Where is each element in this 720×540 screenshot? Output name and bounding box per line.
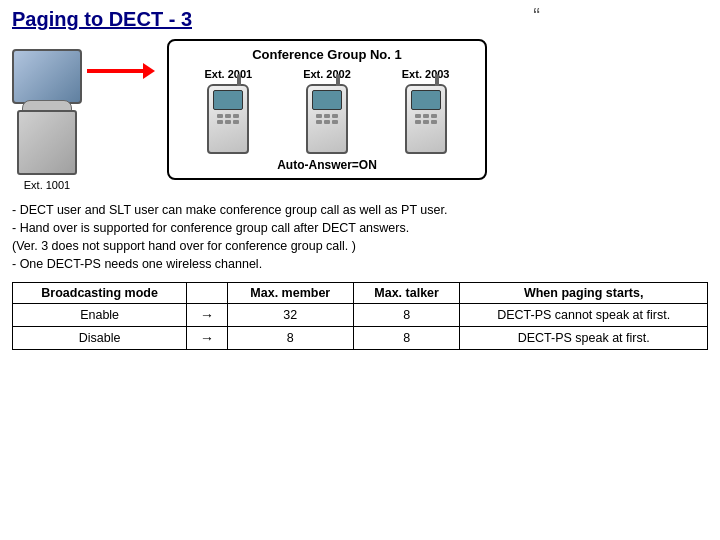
col-header-max-member: Max. member xyxy=(227,282,353,303)
table-row-disable: Disable → 8 8 DECT-PS speak at first. xyxy=(13,326,708,349)
col-header-description: When paging starts, xyxy=(460,282,708,303)
keypad-1 xyxy=(217,114,239,124)
keypad-2 xyxy=(316,114,338,124)
auto-answer-label: Auto-Answer=ON xyxy=(179,158,475,172)
key xyxy=(233,120,239,124)
key xyxy=(415,120,421,124)
arrow-container xyxy=(87,69,147,73)
key xyxy=(324,114,330,118)
dect-phone-1: Ext. 2001 xyxy=(204,68,252,154)
dect-phones-row: Ext. 2001 Ext. 2002 xyxy=(179,68,475,154)
ext-label-2: Ext. 2002 xyxy=(303,68,351,80)
col-header-max-talker: Max. talker xyxy=(353,282,459,303)
table-header-row: Broadcasting mode Max. member Max. talke… xyxy=(13,282,708,303)
bullets-section: - DECT user and SLT user can make confer… xyxy=(0,195,720,278)
key xyxy=(423,120,429,124)
desc-disable: DECT-PS speak at first. xyxy=(460,326,708,349)
dect-phone-2: Ext. 2002 xyxy=(303,68,351,154)
col-header-arrow xyxy=(187,282,227,303)
screen-1 xyxy=(213,90,243,110)
key xyxy=(316,120,322,124)
keypad-3 xyxy=(415,114,437,124)
base-unit xyxy=(12,49,82,104)
quote-mark: “ xyxy=(533,4,540,27)
key xyxy=(431,120,437,124)
dect-body-1 xyxy=(207,84,249,154)
key xyxy=(225,120,231,124)
diagram-area: Ext. 1001 Conference Group No. 1 Ext. 20… xyxy=(0,35,720,195)
key xyxy=(217,114,223,118)
conference-box: Conference Group No. 1 Ext. 2001 xyxy=(167,39,487,180)
antenna-2 xyxy=(336,74,340,86)
mode-disable: Disable xyxy=(13,326,187,349)
broadcasting-table: Broadcasting mode Max. member Max. talke… xyxy=(12,282,708,350)
bullet-4: - One DECT-PS needs one wireless channel… xyxy=(12,255,708,273)
ext-label-3: Ext. 2003 xyxy=(402,68,450,80)
left-device: Ext. 1001 xyxy=(12,49,82,191)
left-ext-label: Ext. 1001 xyxy=(24,179,70,191)
mode-enable: Enable xyxy=(13,303,187,326)
max-member-enable: 32 xyxy=(227,303,353,326)
key xyxy=(324,120,330,124)
col-header-mode: Broadcasting mode xyxy=(13,282,187,303)
screen-3 xyxy=(411,90,441,110)
key xyxy=(332,120,338,124)
key xyxy=(423,114,429,118)
dect-phone-3: Ext. 2003 xyxy=(402,68,450,154)
ext-label-1: Ext. 2001 xyxy=(204,68,252,80)
arrow-line xyxy=(87,69,147,73)
key xyxy=(225,114,231,118)
page-title: Paging to DECT - 3 xyxy=(0,0,720,35)
desc-enable: DECT-PS cannot speak at first. xyxy=(460,303,708,326)
antenna-3 xyxy=(435,74,439,86)
screen-2 xyxy=(312,90,342,110)
max-talker-disable: 8 xyxy=(353,326,459,349)
key xyxy=(316,114,322,118)
key xyxy=(233,114,239,118)
key xyxy=(332,114,338,118)
dect-body-3 xyxy=(405,84,447,154)
key xyxy=(431,114,437,118)
desk-phone xyxy=(17,110,77,175)
table-row-enable: Enable → 32 8 DECT-PS cannot speak at fi… xyxy=(13,303,708,326)
antenna-1 xyxy=(237,74,241,86)
bullet-1: - DECT user and SLT user can make confer… xyxy=(12,201,708,219)
key xyxy=(415,114,421,118)
arrow-enable: → xyxy=(187,303,227,326)
bullet-2: - Hand over is supported for conference … xyxy=(12,219,708,237)
max-talker-enable: 8 xyxy=(353,303,459,326)
dect-body-2 xyxy=(306,84,348,154)
max-member-disable: 8 xyxy=(227,326,353,349)
key xyxy=(217,120,223,124)
arrow-disable: → xyxy=(187,326,227,349)
bullet-3: (Ver. 3 does not support hand over for c… xyxy=(12,237,708,255)
conference-group-title: Conference Group No. 1 xyxy=(179,47,475,62)
